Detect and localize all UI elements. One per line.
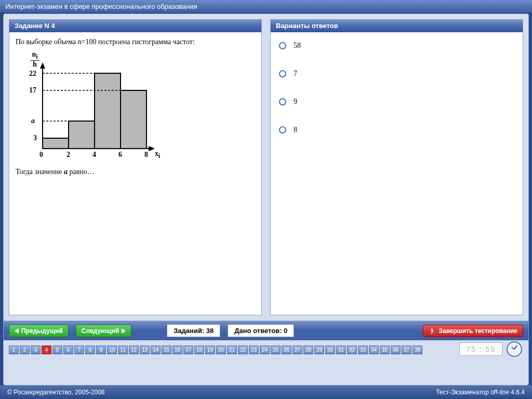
question-panel: Задание N 4 По выборке объема n=100 пост…: [9, 19, 262, 315]
answers-panel-header: Варианты ответов: [271, 20, 523, 32]
xlabel: xi: [155, 150, 160, 159]
question-nav-30[interactable]: 30: [325, 345, 335, 354]
answered-box: Дано ответов: 0: [228, 324, 294, 337]
radio-icon[interactable]: [279, 42, 286, 49]
next-button[interactable]: Следующий: [76, 325, 131, 337]
timer-display: 75 : 59: [459, 342, 502, 356]
question-nav-24[interactable]: 24: [260, 345, 270, 354]
answers-panel: Варианты ответов 58798: [270, 19, 523, 315]
question-panel-header: Задание N 4: [9, 20, 261, 32]
question-nav-14[interactable]: 14: [151, 345, 161, 354]
radio-icon[interactable]: [279, 126, 286, 134]
total-tasks-box: Заданий: 38: [167, 324, 220, 337]
answer-option-4[interactable]: 8: [277, 123, 516, 151]
window-title-bar: Интернет-экзамен в сфере профессионально…: [0, 0, 532, 14]
svg-marker-1: [40, 62, 45, 69]
xtick-6: 6: [118, 151, 122, 159]
question-nav-2[interactable]: 2: [20, 345, 30, 354]
window-title: Интернет-экзамен в сфере профессионально…: [5, 3, 197, 10]
run-icon: [429, 327, 436, 335]
nav-bar: Предыдущий Следующий Заданий: 38 Дано от…: [4, 321, 528, 340]
question-nav-19[interactable]: 19: [205, 345, 215, 354]
answer-label: 7: [294, 70, 297, 78]
question-nav-31[interactable]: 31: [336, 345, 346, 354]
footer-right: Тест-Экзаменатор off-line 4.6.4: [436, 389, 525, 396]
app-body: Задание N 4 По выборке объема n=100 пост…: [3, 14, 529, 385]
xtick-2: 2: [66, 151, 70, 159]
question-nav-32[interactable]: 32: [347, 345, 357, 354]
prev-label: Предыдущий: [21, 327, 63, 335]
question-nav-33[interactable]: 33: [358, 345, 368, 354]
question-nav-7[interactable]: 7: [74, 345, 84, 354]
question-nav-3[interactable]: 3: [31, 345, 41, 354]
question-nav-18[interactable]: 18: [194, 345, 204, 354]
question-text-before: По выборке объема n=100 построена гистог…: [16, 37, 255, 47]
arrow-left-icon: [15, 328, 19, 334]
question-nav-6[interactable]: 6: [63, 345, 73, 354]
question-nav-1[interactable]: 1: [9, 345, 19, 354]
question-nav-26[interactable]: 26: [282, 345, 291, 354]
footer-left: © Росаккредагентство, 2005-2008: [7, 389, 105, 396]
question-nav-17[interactable]: 17: [183, 345, 193, 354]
answer-label: 8: [294, 126, 297, 134]
question-nav-16[interactable]: 16: [172, 345, 182, 354]
finish-button[interactable]: Завершить тестирование: [423, 325, 523, 337]
ylabel-num: ni: [32, 50, 37, 58]
answers-body: 58798: [271, 32, 523, 315]
question-nav-21[interactable]: 21: [227, 345, 237, 354]
question-nav-10[interactable]: 10: [107, 345, 117, 354]
question-nav-36[interactable]: 36: [391, 345, 401, 354]
svg-rect-4: [43, 138, 69, 149]
question-nav-34[interactable]: 34: [369, 345, 379, 354]
ytick-17: 17: [29, 86, 36, 95]
question-nav-15[interactable]: 15: [162, 345, 171, 354]
answer-option-3[interactable]: 9: [277, 95, 516, 123]
question-nav-29[interactable]: 29: [314, 345, 324, 354]
question-nav-35[interactable]: 35: [380, 345, 390, 354]
question-nav-22[interactable]: 22: [238, 345, 248, 354]
svg-rect-6: [95, 73, 121, 149]
question-nav-9[interactable]: 9: [96, 345, 106, 354]
answer-label: 58: [294, 42, 301, 50]
svg-marker-3: [149, 146, 155, 151]
svg-rect-5: [69, 121, 95, 149]
question-nav-38[interactable]: 38: [413, 345, 422, 354]
footer-bar: © Росаккредагентство, 2005-2008 Тест-Экз…: [0, 385, 532, 399]
arrow-right-icon: [122, 328, 126, 334]
question-nav-23[interactable]: 23: [249, 345, 259, 354]
radio-icon[interactable]: [279, 70, 286, 77]
next-label: Следующий: [82, 327, 119, 335]
answer-option-2[interactable]: 7: [277, 66, 516, 95]
question-nav-20[interactable]: 20: [216, 345, 226, 354]
question-nav-4[interactable]: 4: [42, 345, 51, 354]
question-body: По выборке объема n=100 построена гистог…: [9, 32, 261, 315]
prev-button[interactable]: Предыдущий: [9, 325, 69, 337]
ytick-a: a: [31, 117, 35, 125]
ylabel-den: h: [33, 60, 37, 68]
question-nav-8[interactable]: 8: [85, 345, 95, 354]
question-nav-5[interactable]: 5: [52, 345, 62, 354]
xtick-8: 8: [144, 151, 148, 159]
question-nav-13[interactable]: 13: [140, 345, 150, 354]
question-nav-25[interactable]: 25: [271, 345, 281, 354]
question-nav-12[interactable]: 12: [129, 345, 139, 354]
question-nav-27[interactable]: 27: [292, 345, 302, 354]
question-nav-28[interactable]: 28: [303, 345, 313, 354]
ytick-22: 22: [29, 70, 36, 78]
ytick-3: 3: [33, 134, 37, 142]
radio-icon[interactable]: [279, 98, 286, 105]
xtick-0: 0: [39, 151, 43, 159]
histogram-chart: ni h: [16, 50, 161, 164]
question-number-bar: 1234567891011121314151617181920212223242…: [4, 340, 528, 359]
question-nav-37[interactable]: 37: [402, 345, 411, 354]
clock-icon: [507, 341, 522, 357]
svg-rect-7: [121, 90, 147, 149]
answer-option-1[interactable]: 58: [277, 38, 516, 66]
answer-label: 9: [294, 98, 297, 106]
question-text-after: Тогда значение a равно…: [16, 167, 255, 177]
finish-label: Завершить тестирование: [438, 327, 517, 335]
xtick-4: 4: [92, 151, 96, 159]
question-nav-11[interactable]: 11: [118, 345, 128, 354]
